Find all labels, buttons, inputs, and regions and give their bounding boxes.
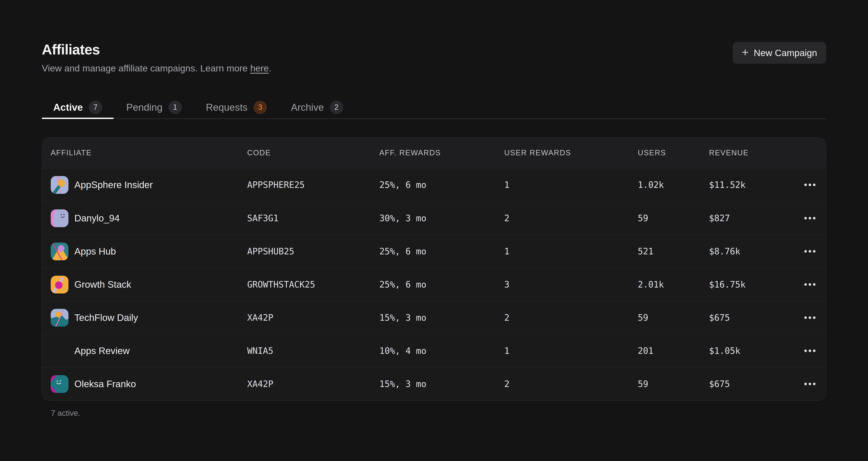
column-header-user-rewards: USER REWARDS — [504, 149, 638, 157]
tab-label: Requests — [206, 102, 248, 113]
users-cell: 201 — [638, 346, 709, 356]
affiliate-cell: Oleksa Franko — [42, 375, 247, 393]
table-row[interactable]: Danylo_94 SAF3G1 30%, 3 mo 2 59 $827 — [42, 202, 826, 235]
row-menu-button[interactable] — [794, 368, 826, 400]
revenue-cell: $11.52k — [709, 180, 794, 190]
row-menu-button[interactable] — [794, 301, 826, 334]
table-row[interactable]: TechFlow Daily XA42P 15%, 3 mo 2 59 $675 — [42, 301, 826, 334]
code-cell: XA42P — [247, 379, 379, 389]
aff-rewards-cell: 10%, 4 mo — [379, 346, 504, 356]
code-cell: APPSPHERE25 — [247, 180, 379, 190]
subtitle-text: View and manage affiliate campaigns. Lea… — [42, 63, 250, 73]
row-menu-button[interactable] — [794, 168, 826, 202]
tab-label: Archive — [291, 102, 324, 113]
ellipsis-icon — [804, 217, 807, 219]
ellipsis-icon — [804, 316, 807, 319]
revenue-cell: $827 — [709, 213, 794, 223]
row-menu-button[interactable] — [794, 268, 826, 301]
affiliate-cell: Apps Hub — [42, 243, 247, 260]
users-cell: 2.01k — [638, 279, 709, 289]
affiliate-name: AppSphere Insider — [74, 179, 153, 190]
plus-icon: + — [742, 47, 749, 58]
affiliate-name: Oleksa Franko — [74, 378, 136, 389]
active-tab-underline — [42, 118, 114, 119]
users-cell: 59 — [638, 313, 709, 322]
aff-rewards-cell: 15%, 3 mo — [379, 379, 504, 389]
affiliate-avatar-appsreview-icon — [51, 342, 68, 360]
aff-rewards-cell: 30%, 3 mo — [379, 213, 504, 223]
ellipsis-icon — [804, 250, 807, 253]
aff-rewards-cell: 15%, 3 mo — [379, 313, 504, 322]
tab-label: Active — [53, 102, 83, 113]
user-rewards-cell: 2 — [504, 213, 638, 223]
affiliate-avatar-appshub-icon — [51, 243, 68, 260]
row-menu-button[interactable] — [794, 235, 826, 268]
aff-rewards-cell: 25%, 6 mo — [379, 279, 504, 289]
tab-count-badge: 7 — [89, 101, 102, 114]
code-cell: XA42P — [247, 313, 379, 322]
user-rewards-cell: 2 — [504, 313, 638, 322]
subtitle-period: . — [269, 63, 271, 73]
column-header-code: CODE — [247, 149, 379, 157]
code-cell: GROWTHSTACK25 — [247, 279, 379, 289]
users-cell: 1.02k — [638, 180, 709, 190]
page-subtitle: View and manage affiliate campaigns. Lea… — [42, 63, 272, 74]
affiliate-avatar-techflow-icon — [51, 309, 68, 327]
table-footer: 7 active. — [51, 409, 826, 418]
affiliate-name: Growth Stack — [74, 279, 131, 290]
tab-count-badge: 1 — [168, 101, 182, 114]
table-header-row: AFFILIATE CODE AFF. REWARDS USER REWARDS… — [42, 138, 826, 168]
tab-active[interactable]: Active 7 — [42, 96, 114, 118]
page-title: Affiliates — [42, 42, 272, 57]
ellipsis-icon — [804, 349, 807, 352]
table-row[interactable]: Growth Stack GROWTHSTACK25 25%, 6 mo 3 2… — [42, 268, 826, 301]
revenue-cell: $16.75k — [709, 279, 794, 289]
affiliate-name: Danylo_94 — [74, 213, 120, 224]
user-rewards-cell: 1 — [504, 346, 638, 356]
affiliate-avatar-growthstack-icon — [51, 276, 68, 294]
table-row[interactable]: Apps Hub APPSHUB25 25%, 6 mo 1 521 $8.76… — [42, 235, 826, 268]
users-cell: 521 — [638, 246, 709, 256]
tab-archive[interactable]: Archive 2 — [280, 96, 355, 118]
user-rewards-cell: 1 — [504, 180, 638, 190]
ellipsis-icon — [804, 383, 807, 385]
page-header-text: Affiliates View and manage affiliate cam… — [42, 42, 272, 74]
table-body: AppSphere Insider APPSPHERE25 25%, 6 mo … — [42, 168, 826, 400]
affiliate-name: Apps Review — [74, 345, 130, 356]
tab-count-badge: 2 — [330, 101, 343, 114]
new-campaign-label: New Campaign — [754, 48, 817, 58]
page-header: Affiliates View and manage affiliate cam… — [42, 42, 826, 74]
affiliates-page: Affiliates View and manage affiliate cam… — [42, 42, 826, 418]
column-header-revenue: REVENUE — [709, 149, 794, 157]
revenue-cell: $1.05k — [709, 346, 794, 356]
table-row[interactable]: Oleksa Franko XA42P 15%, 3 mo 2 59 $675 — [42, 367, 826, 400]
learn-more-link[interactable]: here — [250, 63, 269, 73]
users-cell: 59 — [638, 213, 709, 223]
affiliate-cell: TechFlow Daily — [42, 309, 247, 327]
row-menu-button[interactable] — [794, 335, 826, 367]
tab-label: Pending — [126, 102, 162, 113]
affiliate-avatar-oleksa-icon — [51, 375, 68, 393]
column-header-users: USERS — [638, 149, 709, 157]
tab-bar: Active 7 Pending 1 Requests 3 Archive 2 — [42, 96, 826, 119]
affiliate-name: TechFlow Daily — [74, 312, 138, 323]
row-menu-button[interactable] — [794, 202, 826, 235]
table-row[interactable]: Apps Review WNIA5 10%, 4 mo 1 201 $1.05k — [42, 334, 826, 367]
column-header-aff-rewards: AFF. REWARDS — [379, 149, 504, 157]
affiliate-avatar-appsphere-icon — [51, 176, 68, 194]
tab-requests[interactable]: Requests 3 — [194, 96, 278, 118]
user-rewards-cell: 1 — [504, 246, 638, 256]
table-row[interactable]: AppSphere Insider APPSPHERE25 25%, 6 mo … — [42, 168, 826, 202]
tab-pending[interactable]: Pending 1 — [115, 96, 193, 118]
user-rewards-cell: 2 — [504, 379, 638, 389]
tab-count-badge: 3 — [253, 101, 267, 114]
affiliate-cell: Danylo_94 — [42, 209, 247, 227]
ellipsis-icon — [804, 184, 807, 186]
user-rewards-cell: 3 — [504, 279, 638, 289]
new-campaign-button[interactable]: + New Campaign — [733, 42, 826, 64]
aff-rewards-cell: 25%, 6 mo — [379, 246, 504, 256]
affiliate-cell: Growth Stack — [42, 276, 247, 294]
users-cell: 59 — [638, 379, 709, 389]
revenue-cell: $675 — [709, 313, 794, 322]
affiliate-cell: Apps Review — [42, 342, 247, 360]
